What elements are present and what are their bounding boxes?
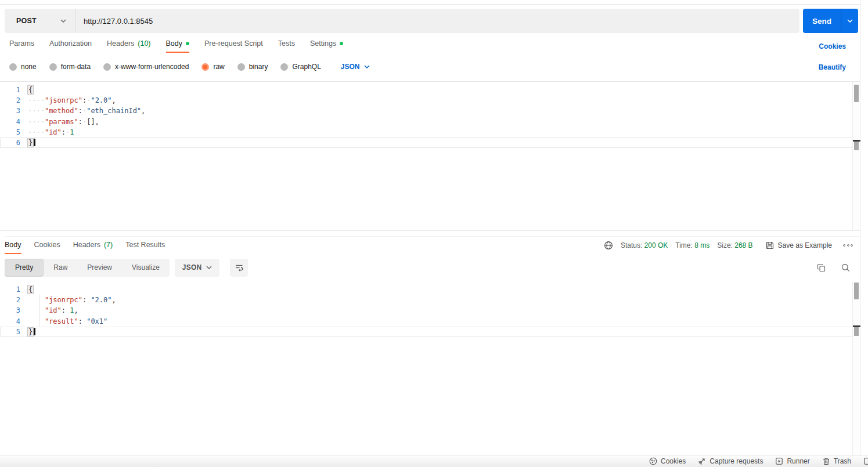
code-line[interactable]: 3 "id": 1, bbox=[0, 305, 860, 316]
radio-raw[interactable]: raw bbox=[201, 63, 224, 71]
code-token-str: "0x1" bbox=[87, 317, 107, 325]
code-line[interactable]: 1{ bbox=[0, 284, 860, 295]
scrollbar-thumb[interactable] bbox=[854, 283, 859, 299]
tab-label: Cookies bbox=[34, 241, 60, 249]
code-line[interactable]: 2 "jsonrpc": "2.0", bbox=[0, 295, 860, 305]
tab-headers[interactable]: Headers(10) bbox=[107, 39, 150, 53]
globe-icon[interactable] bbox=[604, 241, 613, 250]
code-text: { bbox=[28, 284, 33, 295]
radio-circle bbox=[280, 63, 288, 71]
tab-label: Body bbox=[5, 241, 21, 249]
view-preview[interactable]: Preview bbox=[77, 259, 122, 277]
view-raw[interactable]: Raw bbox=[44, 259, 77, 277]
code-token-key: "params" bbox=[45, 118, 78, 126]
method-select[interactable]: POST bbox=[5, 9, 76, 33]
code-text: ····"method":·"eth_chainId", bbox=[28, 106, 145, 116]
tab-pre-request-script[interactable]: Pre-request Script bbox=[204, 39, 263, 53]
code-line[interactable]: 4 "result": "0x1" bbox=[0, 316, 860, 327]
code-token-pun: , bbox=[141, 107, 145, 115]
response-tab-cookies[interactable]: Cookies bbox=[34, 241, 60, 254]
tab-params[interactable]: Params bbox=[9, 39, 34, 53]
code-line[interactable]: 6} bbox=[0, 137, 860, 148]
code-token-pun: : bbox=[82, 296, 91, 304]
time-value: 8 ms bbox=[694, 241, 709, 249]
code-line[interactable]: 5····"id":·1 bbox=[0, 127, 860, 137]
indent-guide bbox=[39, 295, 39, 327]
scrollbar-thumb[interactable] bbox=[854, 85, 859, 102]
tab-settings[interactable]: Settings bbox=[310, 39, 343, 53]
view-pretty[interactable]: Pretty bbox=[5, 259, 44, 277]
statusbar-panel-toggle[interactable] bbox=[863, 457, 868, 465]
save-as-example-label: Save as Example bbox=[778, 241, 832, 249]
tab-authorization[interactable]: Authorization bbox=[49, 39, 92, 53]
code-token-key: "method" bbox=[45, 107, 78, 115]
radio-binary[interactable]: binary bbox=[237, 63, 268, 71]
modified-dot bbox=[340, 42, 343, 45]
tab-label: Settings bbox=[310, 39, 336, 48]
statusbar-cookies[interactable]: Cookies bbox=[649, 457, 686, 465]
chevron-down-icon bbox=[60, 19, 66, 23]
search-icon[interactable] bbox=[841, 263, 851, 273]
response-tab-headers[interactable]: Headers(7) bbox=[73, 241, 113, 254]
radio-x-www-form-urlencoded[interactable]: x-www-form-urlencoded bbox=[103, 63, 189, 71]
code-token-pun: , bbox=[74, 306, 78, 314]
response-editor-scrollbar[interactable] bbox=[852, 281, 860, 455]
tab-body[interactable]: Body bbox=[166, 39, 190, 53]
body-language-select[interactable]: JSON bbox=[341, 63, 370, 71]
statusbar-trash[interactable]: Trash bbox=[822, 457, 851, 465]
code-text: "result": "0x1" bbox=[28, 316, 107, 327]
more-actions-icon[interactable] bbox=[843, 244, 853, 247]
chevron-down-icon bbox=[847, 19, 853, 23]
line-number: 1 bbox=[0, 284, 28, 295]
code-line[interactable]: 5} bbox=[0, 327, 860, 337]
tab-tests[interactable]: Tests bbox=[278, 39, 295, 53]
line-number: 5 bbox=[0, 327, 28, 337]
copy-icon[interactable] bbox=[816, 263, 826, 273]
tab-label: Authorization bbox=[49, 39, 92, 48]
code-token-cursor bbox=[34, 139, 35, 146]
code-text: } bbox=[28, 137, 35, 148]
radio-none[interactable]: none bbox=[9, 63, 37, 71]
url-input[interactable]: http://127.0.0.1:8545 bbox=[76, 9, 799, 33]
radio-circle bbox=[9, 63, 17, 71]
response-tab-body[interactable]: Body bbox=[5, 241, 21, 254]
view-visualize[interactable]: Visualize bbox=[122, 259, 170, 277]
response-body-editor[interactable]: 1{2 "jsonrpc": "2.0",3 "id": 1,4 "result… bbox=[0, 281, 860, 455]
code-line[interactable]: 3····"method":·"eth_chainId", bbox=[0, 106, 860, 116]
response-toolbar: Pretty Raw Preview Visualize JSON bbox=[5, 258, 860, 277]
code-line[interactable]: 2····"jsonrpc":·"2.0", bbox=[0, 95, 860, 106]
wrap-lines-button[interactable] bbox=[230, 259, 248, 277]
code-token-pun: : bbox=[78, 118, 82, 126]
radio-circle bbox=[49, 63, 57, 71]
code-token-sp bbox=[28, 317, 45, 325]
response-language-select[interactable]: JSON bbox=[175, 259, 219, 277]
tab-label: Tests bbox=[278, 39, 295, 48]
code-token-pun: , bbox=[112, 96, 116, 104]
request-cookies-link[interactable]: Cookies bbox=[819, 42, 846, 50]
request-editor-scrollbar[interactable] bbox=[852, 82, 860, 230]
code-line[interactable]: 1{ bbox=[0, 85, 860, 95]
radio-graphql[interactable]: GraphQL bbox=[280, 63, 320, 71]
response-tab-test-results[interactable]: Test Results bbox=[125, 241, 165, 254]
radio-label: form-data bbox=[61, 63, 91, 71]
save-as-example-button[interactable]: Save as Example bbox=[765, 241, 832, 250]
beautify-link[interactable]: Beautify bbox=[819, 63, 846, 71]
time-field: Time: 8 ms bbox=[675, 241, 709, 249]
statusbar-capture-requests[interactable]: Capture requests bbox=[698, 457, 763, 465]
cookie-icon bbox=[649, 457, 657, 465]
code-token-pun: , bbox=[112, 296, 116, 304]
cursor-overview-marker bbox=[854, 327, 859, 336]
code-line[interactable]: 4····"params":·[], bbox=[0, 117, 860, 127]
response-header: Body Cookies Headers(7) Test Results Sta… bbox=[5, 236, 860, 254]
code-token-brace: } bbox=[28, 328, 33, 336]
send-button[interactable]: Send bbox=[803, 9, 858, 33]
radio-circle-selected bbox=[201, 63, 209, 71]
radio-form-data[interactable]: form-data bbox=[49, 63, 91, 71]
line-number: 1 bbox=[0, 85, 28, 95]
code-token-num: 1 bbox=[70, 306, 74, 314]
statusbar-runner[interactable]: Runner bbox=[775, 457, 809, 465]
code-token-sp bbox=[28, 306, 45, 314]
request-body-editor[interactable]: 1{2····"jsonrpc":·"2.0",3····"method":·"… bbox=[0, 81, 860, 231]
send-options-button[interactable] bbox=[841, 9, 858, 33]
status-label: Status: bbox=[621, 241, 642, 249]
